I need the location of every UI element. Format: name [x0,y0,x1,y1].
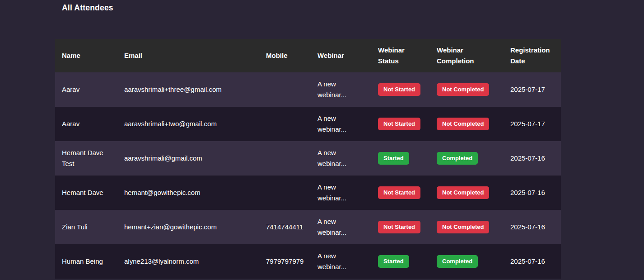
cell-webinar: A new webinar... [311,72,371,107]
cell-email: aaravshrimali+three@gmail.com [117,72,259,107]
cell-mobile [259,107,311,141]
cell-webinar-status: Not Started [371,210,430,244]
cell-name: Zian Tuli [55,210,117,244]
cell-webinar-status: Started [371,141,430,176]
cell-mobile [259,72,311,107]
cell-name: Hemant Dave [55,176,117,210]
cell-webinar-completion: Not Completed [430,72,504,107]
table-header-row: Name Email Mobile Webinar Webinar Status… [55,39,561,72]
table-row: Human Being alyne213@lyalnorm.com 797979… [55,244,561,279]
table-row: Aarav aaravshrimali+three@gmail.com A ne… [55,72,561,107]
attendees-table-container: Name Email Mobile Webinar Webinar Status… [55,39,561,279]
cell-webinar-status: Not Started [371,107,430,141]
cell-webinar-completion: Completed [430,244,504,279]
table-row: Hemant Dave Test aaravshrimali@gmail.com… [55,141,561,176]
attendees-table: Name Email Mobile Webinar Webinar Status… [55,39,561,279]
cell-webinar: A new webinar... [311,107,371,141]
column-header-webinar-completion: Webinar Completion [430,39,504,72]
status-badge: Not Started [378,221,420,234]
page-title: All Attendees [62,3,113,13]
completion-badge: Not Completed [437,83,489,96]
column-header-name: Name [55,39,117,72]
cell-mobile [259,176,311,210]
table-row: Hemant Dave hemant@gowithepic.com A new … [55,176,561,210]
cell-webinar-status: Started [371,244,430,279]
completion-badge: Not Completed [437,186,489,199]
status-badge: Not Started [378,186,420,199]
column-header-webinar-status: Webinar Status [371,39,430,72]
cell-name: Aarav [55,72,117,107]
completion-badge: Completed [437,255,478,268]
table-row: Zian Tuli hemant+zian@gowithepic.com 741… [55,210,561,244]
cell-email: alyne213@lyalnorm.com [117,244,259,279]
completion-badge: Completed [437,152,478,165]
cell-webinar: A new webinar... [311,141,371,176]
cell-webinar: A new webinar... [311,176,371,210]
cell-mobile: 7414744411 [259,210,311,244]
cell-webinar-status: Not Started [371,72,430,107]
cell-registration-date: 2025-07-17 [504,107,561,141]
status-badge: Started [378,255,409,268]
cell-name: Hemant Dave Test [55,141,117,176]
cell-mobile: 7979797979 [259,244,311,279]
cell-webinar: A new webinar... [311,210,371,244]
column-header-webinar: Webinar [311,39,371,72]
cell-name: Human Being [55,244,117,279]
cell-email: aaravshrimali@gmail.com [117,141,259,176]
cell-email: aaravshrimali+two@gmail.com [117,107,259,141]
cell-registration-date: 2025-07-16 [504,176,561,210]
completion-badge: Not Completed [437,221,489,234]
cell-name: Aarav [55,107,117,141]
cell-webinar-completion: Not Completed [430,107,504,141]
cell-email: hemant@gowithepic.com [117,176,259,210]
status-badge: Not Started [378,118,420,131]
cell-registration-date: 2025-07-16 [504,141,561,176]
cell-mobile [259,141,311,176]
cell-webinar-completion: Not Completed [430,176,504,210]
column-header-mobile: Mobile [259,39,311,72]
cell-registration-date: 2025-07-16 [504,244,561,279]
cell-email: hemant+zian@gowithepic.com [117,210,259,244]
status-badge: Started [378,152,409,165]
cell-webinar: A new webinar... [311,244,371,279]
column-header-email: Email [117,39,259,72]
cell-webinar-status: Not Started [371,176,430,210]
cell-webinar-completion: Completed [430,141,504,176]
cell-registration-date: 2025-07-16 [504,210,561,244]
column-header-registration-date: Registration Date [504,39,561,72]
table-row: Aarav aaravshrimali+two@gmail.com A new … [55,107,561,141]
cell-webinar-completion: Not Completed [430,210,504,244]
completion-badge: Not Completed [437,118,489,131]
status-badge: Not Started [378,83,420,96]
cell-registration-date: 2025-07-17 [504,72,561,107]
